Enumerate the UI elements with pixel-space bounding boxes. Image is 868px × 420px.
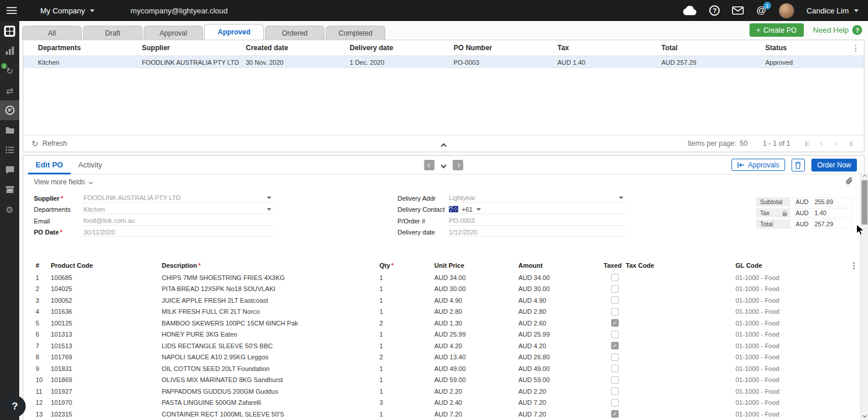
product-code[interactable]: 101970 <box>51 399 162 406</box>
supplier-select[interactable]: FOODLINK AUSTRALIA PTY LTD <box>82 194 273 203</box>
delivery-date-field[interactable]: 1/12/2020 <box>448 228 625 237</box>
taxed-checkbox[interactable] <box>611 376 619 384</box>
mentions-icon[interactable]: @ 1 <box>756 5 766 16</box>
taxed-checkbox[interactable] <box>611 399 619 407</box>
line-item-row[interactable]: 10101869OLIVES MIX MARINATED 8KG Sandhur… <box>23 374 864 386</box>
description[interactable]: CONTAINER RECT 1000ML SLEEVE 50'S <box>162 411 379 418</box>
tab-approved[interactable]: Approved <box>204 24 264 40</box>
sidebar-item-lists[interactable] <box>0 140 19 160</box>
gl-code[interactable]: 01-1000 - Food <box>735 308 844 315</box>
product-code[interactable]: 101513 <box>51 342 162 349</box>
line-item-row[interactable]: 3100052JUICE APPLE FRESH 2LT Eastcoast1A… <box>23 295 864 306</box>
scroll-down-button[interactable] <box>861 412 868 419</box>
prev-record-button[interactable] <box>424 160 435 170</box>
product-code[interactable]: 100685 <box>51 274 162 281</box>
po-table-row[interactable]: KitchenFOODLINK AUSTRALIA PTY LTD30 Nov.… <box>23 56 864 68</box>
qty[interactable]: 3 <box>379 399 434 406</box>
line-item-row[interactable]: 11101927PAPPADOMS GUDDUS 200GM Guddus1AU… <box>23 386 864 397</box>
next-record-button[interactable] <box>453 160 463 170</box>
prev-page-button[interactable] <box>821 142 824 145</box>
gl-code[interactable]: 01-1000 - Food <box>735 320 844 327</box>
taxed-checkbox[interactable] <box>611 319 619 327</box>
unit-price[interactable]: AUD 30.00 <box>434 285 518 292</box>
sidebar-item-settings[interactable]: ⚙ <box>0 200 19 219</box>
gl-code[interactable]: 01-1000 - Food <box>735 274 844 281</box>
gl-code[interactable]: 01-1000 - Food <box>735 342 844 349</box>
gl-code[interactable]: 01-1000 - Food <box>735 399 844 406</box>
unit-price[interactable]: AUD 2.20 <box>434 388 518 395</box>
qty[interactable]: 2 <box>379 354 434 360</box>
unit-price[interactable]: AUD 13.40 <box>434 354 518 360</box>
detail-scrollbar[interactable] <box>860 173 868 420</box>
tab-draft[interactable]: Draft <box>83 26 142 40</box>
order-now-button[interactable]: Order Now <box>811 159 857 172</box>
line-item-row[interactable]: 1100685CHIPS 7MM SHOESTRING FRIES 4X3KG1… <box>23 272 864 284</box>
sidebar-item-sync[interactable]: ↻ 1 <box>0 61 19 80</box>
gl-code[interactable]: 01-1000 - Food <box>735 297 844 304</box>
scroll-up-button[interactable] <box>861 173 868 180</box>
description[interactable]: JUICE APPLE FRESH 2LT Eastcoast <box>162 297 379 304</box>
qty[interactable]: 1 <box>379 331 434 338</box>
sidebar-item-messages[interactable] <box>0 160 19 180</box>
unit-price[interactable]: AUD 2.80 <box>434 308 518 315</box>
product-code[interactable]: 101927 <box>51 388 162 395</box>
items-menu-icon[interactable]: ⋮ <box>850 261 858 270</box>
description[interactable]: CHIPS 7MM SHOESTRING FRIES 4X3KG <box>162 274 379 281</box>
departments-select[interactable]: Kitchen <box>82 205 273 214</box>
qty[interactable]: 1 <box>379 376 434 383</box>
taxed-checkbox[interactable] <box>611 308 619 316</box>
delivery-addr-select[interactable]: Lightyear <box>448 194 625 203</box>
delete-button[interactable] <box>792 159 805 172</box>
sidebar-item-reports[interactable] <box>0 41 19 61</box>
gl-code[interactable]: 01-1000 - Food <box>735 411 844 418</box>
line-item-row[interactable]: 9101831OIL COTTON SEED 20LT Foundation1A… <box>23 363 864 374</box>
description[interactable]: PAPPADOMS GUDDUS 200GM Guddus <box>162 388 379 395</box>
tab-activity[interactable]: Activity <box>71 156 110 174</box>
attachment-icon[interactable] <box>845 177 853 187</box>
line-item-row[interactable]: 4101636MILK FRESH FULL CR 2LT Norco1AUD … <box>23 306 864 318</box>
taxed-checkbox[interactable] <box>611 342 619 349</box>
unit-price[interactable]: AUD 2.40 <box>434 399 518 406</box>
taxed-checkbox[interactable] <box>611 354 619 361</box>
email-field[interactable]: food@link.com.au <box>82 216 273 226</box>
gl-code[interactable]: 01-1000 - Food <box>735 388 844 395</box>
last-page-button[interactable] <box>848 141 852 146</box>
taxed-checkbox[interactable] <box>611 387 619 395</box>
help-widget-button[interactable]: ? <box>4 396 26 417</box>
taxed-checkbox[interactable] <box>611 285 619 293</box>
qty[interactable]: 2 <box>379 320 434 327</box>
taxed-checkbox[interactable] <box>611 365 619 372</box>
col-tax[interactable]: Tax <box>557 44 661 52</box>
delivery-contact-field[interactable]: +61 <box>448 205 625 214</box>
qty[interactable]: 1 <box>379 297 434 304</box>
scrollbar-thumb[interactable] <box>862 180 867 225</box>
description[interactable]: OIL COTTON SEED 20LT Foundation <box>162 365 379 372</box>
gl-code[interactable]: 01-1000 - Food <box>735 354 844 360</box>
line-item-row[interactable]: 7101513LIDS RECTANGLE SLEEVE 50'S BBC1AU… <box>23 340 864 352</box>
po-date-field[interactable]: 30/11/2020 <box>82 228 273 237</box>
col-supplier[interactable]: Supplier <box>142 44 246 52</box>
product-code[interactable]: 100125 <box>51 320 162 327</box>
user-menu[interactable]: Candice Lim <box>807 6 859 15</box>
line-item-row[interactable]: 5100125BAMBOO SKEWERS 100PC 15CM 6INCH P… <box>23 317 864 329</box>
col-created-date[interactable]: Created date <box>246 44 350 52</box>
col-po-number[interactable]: PO Number <box>454 44 557 52</box>
description[interactable]: MILK FRESH FULL CR 2LT Norco <box>162 308 379 315</box>
unit-price[interactable]: AUD 25.99 <box>434 331 518 338</box>
gl-code[interactable]: 01-1000 - Food <box>735 365 844 372</box>
qty[interactable]: 1 <box>379 285 434 292</box>
tab-ordered[interactable]: Ordered <box>265 26 325 40</box>
refresh-button[interactable]: ↻ Refresh <box>32 139 67 148</box>
line-item-row[interactable]: 2104025PITA BREAD 12X5PK No18 SOUVLAKI1A… <box>23 284 864 295</box>
help-icon[interactable]: ? <box>709 5 720 16</box>
tab-edit-po[interactable]: Edit PO <box>28 156 71 174</box>
gl-code[interactable]: 01-1000 - Food <box>735 331 844 338</box>
unit-price[interactable]: AUD 4.90 <box>434 297 518 304</box>
description[interactable]: LIDS RECTANGLE SLEEVE 50'S BBC <box>162 342 379 349</box>
description[interactable]: NAPOLI SAUCE A10 2.95KG Leggos <box>162 354 379 360</box>
col-total[interactable]: Total <box>661 44 765 52</box>
first-page-button[interactable] <box>806 141 810 146</box>
description[interactable]: OLIVES MIX MARINATED 8KG Sandhurst <box>162 376 379 383</box>
gl-code[interactable]: 01-1000 - Food <box>735 376 844 383</box>
product-code[interactable]: 101636 <box>51 308 162 315</box>
